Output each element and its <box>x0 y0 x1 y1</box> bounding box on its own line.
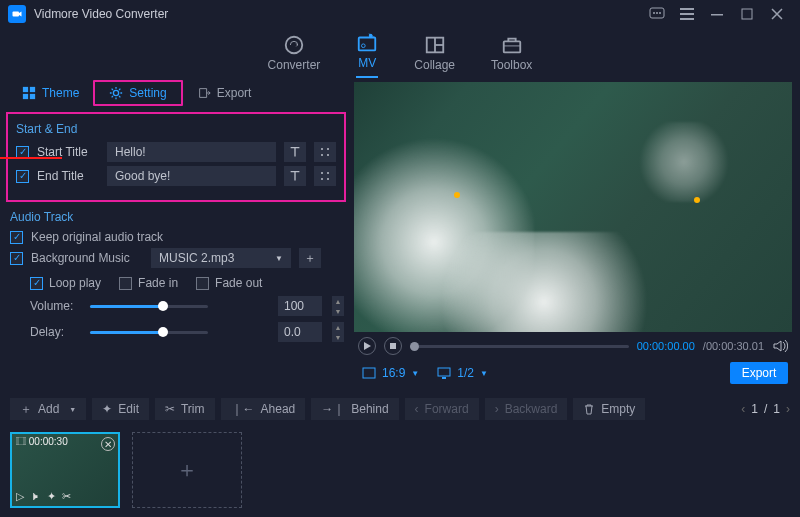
tab-export[interactable]: Export <box>183 79 266 107</box>
clip-thumbnail[interactable]: 00:00:30 ✕ ▷ 🕨 ✦ ✂ <box>10 432 120 508</box>
skip-back-icon: ｜← <box>231 401 255 418</box>
svg-rect-36 <box>363 368 375 378</box>
export-icon <box>197 86 211 100</box>
delay-value[interactable]: 0.0 <box>278 322 322 342</box>
message-icon[interactable] <box>642 4 672 24</box>
loop-checkbox[interactable] <box>30 277 43 290</box>
marker-dot <box>454 192 460 198</box>
svg-marker-34 <box>364 342 371 350</box>
left-panel: Theme Setting Export Start & End Start T… <box>0 78 354 388</box>
keep-original-row: Keep original audio track <box>10 230 344 244</box>
nav-collage[interactable]: Collage <box>414 34 455 78</box>
nav-converter[interactable]: Converter <box>268 34 321 78</box>
fadeout-checkbox[interactable] <box>196 277 209 290</box>
play-icon[interactable]: ▷ <box>16 490 24 503</box>
camera-icon <box>11 8 23 20</box>
volume-row: Volume: 100 ▲▼ <box>30 296 344 316</box>
svg-point-23 <box>114 90 119 95</box>
clip-thumbnails: 00:00:30 ✕ ▷ 🕨 ✦ ✂ ＋ <box>0 424 800 508</box>
tab-setting[interactable]: Setting <box>93 80 182 106</box>
fadein-checkbox[interactable] <box>119 277 132 290</box>
start-end-box: Start & End Start Title End Title <box>6 112 346 202</box>
backward-button[interactable]: ›Backward <box>485 398 568 420</box>
scale-select[interactable]: 1/2 ▼ <box>433 364 492 382</box>
toolbox-icon <box>501 34 523 56</box>
add-button[interactable]: ＋Add▼ <box>10 398 86 420</box>
converter-icon <box>283 34 305 56</box>
music-select[interactable]: MUSIC 2.mp3 ▼ <box>151 248 291 268</box>
video-preview[interactable] <box>354 82 792 332</box>
start-title-input[interactable] <box>107 142 276 162</box>
start-end-header: Start & End <box>16 122 336 136</box>
svg-rect-35 <box>390 343 396 349</box>
close-button[interactable] <box>762 4 792 24</box>
svg-point-26 <box>321 154 323 156</box>
end-more-button[interactable] <box>314 166 336 186</box>
forward-button[interactable]: ‹Forward <box>405 398 479 420</box>
svg-rect-7 <box>680 18 694 20</box>
edit-button[interactable]: ✦Edit <box>92 398 149 420</box>
bg-music-checkbox[interactable] <box>10 252 23 265</box>
minimize-button[interactable] <box>702 4 732 24</box>
volume-slider[interactable] <box>90 300 208 312</box>
start-font-button[interactable] <box>284 142 306 162</box>
app-title: Vidmore Video Converter <box>34 7 168 21</box>
aspect-select[interactable]: 16:9 ▼ <box>358 364 423 382</box>
ahead-button[interactable]: ｜←Ahead <box>221 398 306 420</box>
delay-steppers[interactable]: ▲▼ <box>332 322 344 342</box>
sub-tabs: Theme Setting Export <box>0 78 354 108</box>
svg-point-4 <box>659 12 661 14</box>
svg-rect-21 <box>23 94 28 99</box>
svg-rect-22 <box>30 94 35 99</box>
svg-rect-37 <box>438 368 450 376</box>
text-icon <box>288 169 302 183</box>
chevron-left-icon: ‹ <box>415 402 419 416</box>
keep-original-checkbox[interactable] <box>10 231 23 244</box>
pager-next[interactable]: › <box>786 402 790 416</box>
pager-current: 1 <box>751 402 758 416</box>
timeline[interactable] <box>410 345 629 348</box>
svg-rect-17 <box>503 41 520 52</box>
svg-point-24 <box>321 148 323 150</box>
remove-clip-button[interactable]: ✕ <box>101 437 115 451</box>
export-button[interactable]: Export <box>730 362 788 384</box>
end-title-input[interactable] <box>107 166 276 186</box>
maximize-button[interactable] <box>732 4 762 24</box>
nav-toolbox[interactable]: Toolbox <box>491 34 532 78</box>
play-button[interactable] <box>358 337 376 355</box>
audio-header: Audio Track <box>10 210 344 224</box>
end-title-checkbox[interactable] <box>16 170 29 183</box>
trim-button[interactable]: ✂Trim <box>155 398 215 420</box>
aspect-icon <box>362 367 376 379</box>
add-music-button[interactable]: ＋ <box>299 248 321 268</box>
star-icon: ✦ <box>102 402 112 416</box>
menu-icon[interactable] <box>672 4 702 24</box>
volume-steppers[interactable]: ▲▼ <box>332 296 344 316</box>
screen-icon <box>437 367 451 379</box>
marker-dot <box>694 197 700 203</box>
volume-icon[interactable] <box>772 338 788 354</box>
text-icon <box>288 145 302 159</box>
start-more-button[interactable] <box>314 142 336 162</box>
mute-icon[interactable]: 🕨 <box>30 490 41 503</box>
stop-button[interactable] <box>384 337 402 355</box>
cut-icon[interactable]: ✂ <box>62 490 71 503</box>
volume-value[interactable]: 100 <box>278 296 322 316</box>
effects-icon[interactable]: ✦ <box>47 490 56 503</box>
end-font-button[interactable] <box>284 166 306 186</box>
nav-collage-label: Collage <box>414 58 455 72</box>
empty-button[interactable]: Empty <box>573 398 645 420</box>
add-clip-placeholder[interactable]: ＋ <box>132 432 242 508</box>
end-title-label: End Title <box>37 169 99 183</box>
svg-rect-19 <box>23 87 28 92</box>
delay-label: Delay: <box>30 325 80 339</box>
behind-button[interactable]: →｜Behind <box>311 398 398 420</box>
nav-mv[interactable]: MV <box>356 32 378 78</box>
delay-slider[interactable] <box>90 326 208 338</box>
pager-prev[interactable]: ‹ <box>741 402 745 416</box>
tab-theme[interactable]: Theme <box>8 79 93 107</box>
theme-icon <box>22 86 36 100</box>
fadeout-label: Fade out <box>215 276 262 290</box>
pager: ‹ 1 / 1 › <box>741 402 790 416</box>
svg-point-27 <box>327 154 329 156</box>
